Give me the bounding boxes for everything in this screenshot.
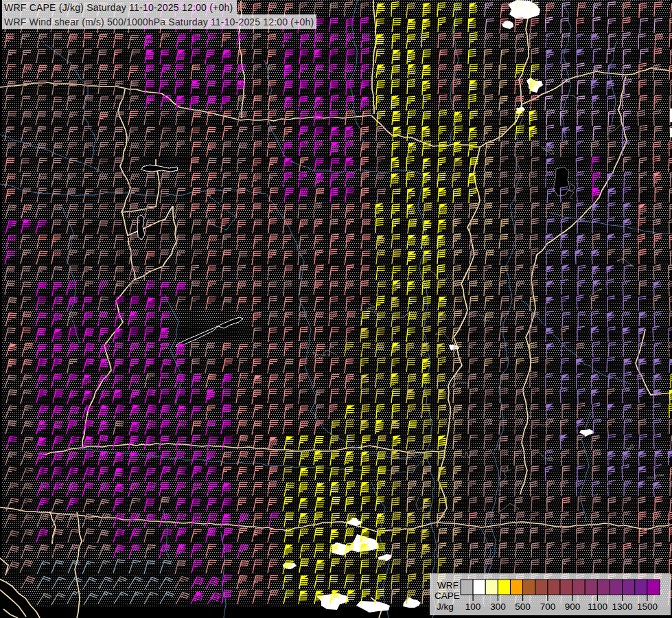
svg-text:900: 900 (565, 602, 581, 612)
svg-text:300: 300 (490, 602, 506, 612)
svg-text:1500: 1500 (637, 602, 658, 612)
svg-text:1100: 1100 (588, 602, 607, 612)
svg-text:1300: 1300 (612, 602, 633, 612)
svg-text:500: 500 (515, 602, 531, 612)
svg-text:WRF CAPE (J/kg) Saturday 11-10: WRF CAPE (J/kg) Saturday 11-10-2025 12:0… (4, 2, 233, 13)
svg-text:100: 100 (465, 602, 481, 612)
svg-text:700: 700 (540, 602, 556, 612)
svg-text:WRF: WRF (437, 580, 459, 591)
svg-text:WRF Wind shear (m/s) 500/1000h: WRF Wind shear (m/s) 500/1000hPa Saturda… (4, 16, 314, 27)
svg-text:CAPE: CAPE (435, 591, 460, 601)
svg-text:J/kg: J/kg (437, 602, 454, 612)
